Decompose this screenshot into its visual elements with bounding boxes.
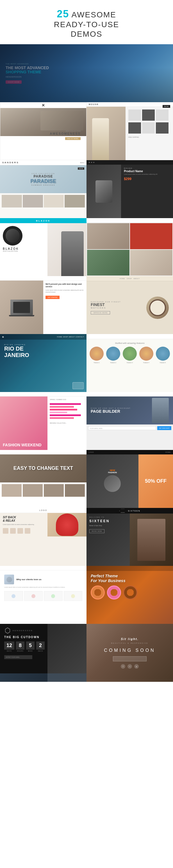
demo-5-left xyxy=(86,165,121,218)
demo-15-right: 50% OFF xyxy=(139,455,173,508)
demo-6-left: BLAZOK 2015 COLLECTION xyxy=(0,223,47,276)
demo-19-content: Perfect ThemeFor Your Business xyxy=(86,571,173,602)
demo-2-cta[interactable]: FIND OUT MORE › xyxy=(65,137,81,140)
demo-19-donut-3 xyxy=(123,586,137,599)
demo-4-thumb-1 xyxy=(2,195,22,208)
demo-watches[interactable]: HOME SHOP ABOUT DISCOVER OUR FINEST FINE… xyxy=(86,276,173,334)
demo-12-bar-4 xyxy=(50,412,67,413)
demo-14-thumb-1 xyxy=(2,484,22,497)
demo-21-logo: Sit light. xyxy=(121,637,139,641)
demo-11-item-4: Feature 4 xyxy=(139,347,154,364)
demo-menswear[interactable]: MOUSE FREE SHIPPING NEW xyxy=(86,102,173,160)
demo-6-text: BLAZOK 2015 COLLECTION xyxy=(3,247,45,252)
demo-12-content: FASHION WEEKEND SPRING / SUMMER 2015 BRO… xyxy=(0,397,86,450)
demo-13-email-input[interactable]: YOUR EMAIL HERE xyxy=(88,426,156,430)
demo-14-bottom xyxy=(0,483,86,498)
demo-sit-back[interactable]: LOGO SIT BACK& RELAX Lorem ipsum dolor s… xyxy=(0,508,86,566)
demo-18-content: Why our clients love us Lorem ipsum dolo… xyxy=(0,570,86,605)
demo-16-content: SIT BACK& RELAX Lorem ipsum dolor sit am… xyxy=(0,513,86,536)
demo-10-content: RIO DE JANEIRO RIO DEJANEIRO xyxy=(0,340,86,363)
demo-17-right xyxy=(130,514,173,566)
demo-15-left: NEW FASHION xyxy=(86,455,139,508)
demo-blazok[interactable]: BLAZOK BLAZOK 2015 COLLECTION xyxy=(0,218,86,276)
demo-1-badge: THE MOST ADVANCED xyxy=(6,63,29,65)
demo-18-nav xyxy=(0,566,86,570)
demo-3-nav: MOUSE xyxy=(86,102,173,107)
demo-11-item-3: Feature 3 xyxy=(122,347,137,364)
demo-9-watch-face xyxy=(149,299,166,316)
demo-4-hero: 2015 COLLECTION PARADISE PARADISE SUMMER… xyxy=(0,165,86,193)
demo-easy-text[interactable]: EASY TO CHANGE TEXT xyxy=(0,450,86,508)
demo-15-nav: LOGO HOME xyxy=(86,450,173,455)
demo-8-laptop xyxy=(10,300,33,315)
demo-11-img-5 xyxy=(156,347,170,361)
demo-shopping-theme[interactable]: THE MOST ADVANCED THE MOST ADVANCED SHOP… xyxy=(0,44,173,102)
demo-coming-soon[interactable]: Sit light. BEAUTIFUL & RESPONSIVE COMING… xyxy=(86,624,173,682)
demo-dark-tech[interactable]: BRAND Product Name Lorem ipsum dolor sit… xyxy=(86,160,173,218)
demo-11-nav xyxy=(86,334,173,339)
demo-16-icon-4 xyxy=(25,528,30,534)
demo-9-watch xyxy=(146,297,169,319)
demo-21-social-tw[interactable]: t xyxy=(127,664,132,669)
demo-9-btn[interactable]: IMPROVE MORE xyxy=(91,311,110,314)
demo-14-thumb-2 xyxy=(23,484,43,497)
demo-11-content: Stuffed with amazing features Feature 1 … xyxy=(86,339,173,366)
demo-1-shop-button[interactable]: SHOP NOW xyxy=(6,80,22,84)
demo-8-cta[interactable]: GET STARTED xyxy=(46,296,59,299)
demo-sixteen[interactable]: SIXTEEN WELCOME TO SIXTEEN Barber & Styl… xyxy=(86,508,173,566)
demo-4-thumbnails xyxy=(0,193,86,209)
demo-donuts[interactable]: Perfect ThemeFor Your Business xyxy=(86,566,173,624)
demo-3-content: FREE SHIPPING NEW xyxy=(86,107,173,160)
demo-4-thumb-4 xyxy=(65,195,85,208)
demo-13-submit-btn[interactable]: GET DISCOUNT xyxy=(157,426,171,430)
demo-12-right: SPRING / SUMMER 2015 BROWSE COLLECTION › xyxy=(47,397,86,450)
demo-19-donut-1 xyxy=(91,586,105,599)
demo-rio[interactable]: B HOME SHOP ABOUT CONTACT RIO DE JANEIRO… xyxy=(0,334,86,392)
demo-5-product xyxy=(96,180,112,203)
demo-7-cell-3 xyxy=(87,250,129,276)
demo-8-left xyxy=(0,281,43,334)
demo-5-dot-3 xyxy=(93,162,94,163)
demo-12-nav xyxy=(0,392,86,397)
demo-service[interactable]: We'll present you with best design and s… xyxy=(0,276,86,334)
demo-11-img-2 xyxy=(106,347,120,361)
demo-3-right: FREE SHIPPING xyxy=(126,107,173,160)
demo-fashion-weekend[interactable]: FASHION WEEKEND SPRING / SUMMER 2015 BRO… xyxy=(0,392,86,450)
demo-11-img-3 xyxy=(123,347,137,361)
demo-20-days: 12 DAYS xyxy=(4,642,14,652)
demo-sanders[interactable]: SANDERS MENU 2015 COLLECTION PARADISE PA… xyxy=(0,160,86,218)
demo-13-form: YOUR EMAIL HERE GET DISCOUNT xyxy=(86,425,173,432)
demo-big-cutdown[interactable]: HENDERSSON The big cutdown 12 DAYS 8 HOU… xyxy=(0,624,86,682)
demo-2-logo: ✕ xyxy=(42,103,45,107)
demo-4-thumb-2 xyxy=(23,195,43,208)
demo-17-nav: SIXTEEN xyxy=(86,508,173,514)
demo-21-search-bar[interactable] xyxy=(113,656,147,661)
demo-21-social-fb[interactable]: f xyxy=(121,664,125,669)
demo-13-hero: SIGN UP AND GET A DISCOUNT PAGE BUILDER xyxy=(86,397,173,425)
demo-4-new-badge: NEW xyxy=(78,167,84,170)
demo-page-builder[interactable]: SIGN UP AND GET A DISCOUNT PAGE BUILDER … xyxy=(86,392,173,450)
demo-12-bar-2 xyxy=(50,406,74,408)
demo-16-right xyxy=(47,513,86,536)
demo-5-nav xyxy=(86,160,173,165)
demo-16-chair xyxy=(56,514,78,536)
demo-1-subtitle: HENDERSSON xyxy=(6,75,21,78)
demo-16-left: SIT BACK& RELAX Lorem ipsum dolor sit am… xyxy=(0,513,47,536)
demo-3-thumb-2 xyxy=(142,110,155,121)
demo-new-fashion[interactable]: LOGO HOME NEW FASHION 50% OFF xyxy=(86,450,173,508)
demo-21-social-gp[interactable]: g xyxy=(134,664,139,669)
demo-17-left: WELCOME TO SIXTEEN Barber & Style Shop B… xyxy=(86,514,130,566)
demo-grid-collage[interactable] xyxy=(86,218,173,276)
demo-awesomeness[interactable]: ✕ 2015 COLLECTION AWESOMENESS FIND OUT M… xyxy=(0,102,86,160)
demo-20-mins: 5 MINS xyxy=(26,642,34,652)
demo-featured[interactable]: Stuffed with amazing features Feature 1 … xyxy=(86,334,173,392)
demo-6-content: BLAZOK 2015 COLLECTION xyxy=(0,223,86,276)
demo-4-nav: SANDERS MENU xyxy=(0,160,86,165)
demo-13-hero-text: SIGN UP AND GET A DISCOUNT PAGE BUILDER xyxy=(91,407,130,413)
demo-21-social-row: f t g xyxy=(121,664,139,669)
demo-3-thumb-4 xyxy=(128,122,141,133)
demos-count: 25 xyxy=(57,8,69,20)
demo-11-heading: Stuffed with amazing features xyxy=(89,342,170,344)
demo-3-thumb-6 xyxy=(156,122,169,133)
demo-minimal[interactable]: Why our clients love us Lorem ipsum dolo… xyxy=(0,566,86,624)
